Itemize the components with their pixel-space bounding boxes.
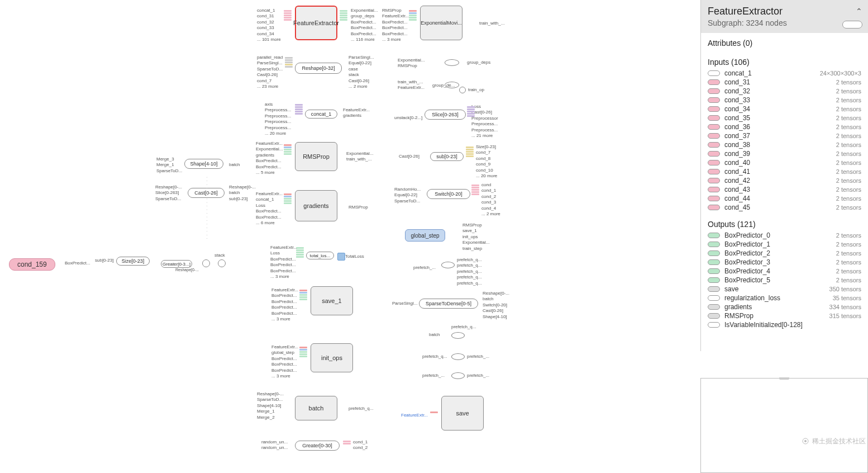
io-row[interactable]: BoxPredictor_22 tensors xyxy=(708,249,861,258)
node-exponential-moving[interactable]: ExponentialMovi... xyxy=(420,6,462,40)
node-sub[interactable]: sub[0-23] xyxy=(430,152,464,161)
label-group: Merge_3Merge_1SparseToD... xyxy=(156,157,182,174)
node-cond-159[interactable]: cond_159 xyxy=(9,258,55,271)
io-row[interactable]: cond_312 tensors xyxy=(708,78,861,87)
io-name: cond_36 xyxy=(724,123,836,131)
type-swatch xyxy=(708,79,720,85)
sidebar-header: FeatureExtractor Subgraph: 3234 nodes ⌃ xyxy=(701,0,868,33)
io-row[interactable]: BoxPredictor_52 tensors xyxy=(708,276,861,285)
io-value: 2 tensors xyxy=(836,133,861,139)
node-greater[interactable]: Greater[0-30] xyxy=(295,441,340,451)
type-swatch xyxy=(708,205,720,210)
io-name: BoxPredictor_2 xyxy=(724,249,836,257)
io-row[interactable]: cond_452 tensors xyxy=(708,203,861,212)
node-global-step[interactable]: global_step xyxy=(405,229,445,242)
node-init-ops[interactable]: init_ops xyxy=(311,343,353,372)
graph-canvas[interactable]: cond_159 BoxPredict... FeatureExtractor … xyxy=(0,0,700,473)
io-value: 2 tensors xyxy=(836,97,861,103)
io-row[interactable]: BoxPredictor_02 tensors xyxy=(708,231,861,240)
small-op[interactable] xyxy=(445,59,459,66)
node-reshape[interactable]: Reshape[0-32] xyxy=(295,63,342,74)
io-name: cond_31 xyxy=(724,78,836,86)
small-op[interactable] xyxy=(451,332,465,339)
io-value: 2 tensors xyxy=(836,259,861,266)
io-row[interactable]: save350 tensors xyxy=(708,285,861,294)
small-op[interactable] xyxy=(451,353,465,360)
node-feature-extractor[interactable]: FeatureExtractor xyxy=(295,6,337,40)
io-row[interactable]: cond_442 tensors xyxy=(708,194,861,203)
label-group: Size[0-23]cond_7cond_8cond_9cond_10... 2… xyxy=(476,144,497,179)
io-value: 2 tensors xyxy=(836,168,861,175)
type-swatch xyxy=(708,233,720,238)
io-row[interactable]: cond_422 tensors xyxy=(708,176,861,185)
watermark-icon xyxy=(802,438,809,444)
label: prefetch_q... xyxy=(451,324,476,330)
label-group: Exponential...train_with_... xyxy=(346,151,373,163)
node-shape[interactable]: Shape[4-10] xyxy=(184,159,223,169)
io-row[interactable]: cond_322 tensors xyxy=(708,87,861,96)
label-group: FeatureExtr...Exponential...gradientsBox… xyxy=(256,141,283,176)
label-group: ParseSingl...Equal[0-22]casestackCast[0-… xyxy=(349,55,374,89)
io-row[interactable]: cond_372 tensors xyxy=(708,131,861,140)
type-swatch xyxy=(708,277,720,283)
io-row[interactable]: cond_332 tensors xyxy=(708,96,861,105)
type-swatch xyxy=(708,97,720,103)
io-value: 2 tensors xyxy=(836,277,861,283)
io-name: cond_39 xyxy=(724,150,836,158)
inputs-list[interactable]: concat_124×300×300×3cond_312 tensorscond… xyxy=(708,69,861,212)
io-name: cond_40 xyxy=(724,159,836,167)
node-sparse[interactable]: SparseToDense[0-5] xyxy=(419,299,478,309)
outputs-list[interactable]: BoxPredictor_02 tensorsBoxPredictor_12 t… xyxy=(708,231,861,329)
node-gradients[interactable]: gradients xyxy=(295,190,337,221)
io-row[interactable]: BoxPredictor_12 tensors xyxy=(708,240,861,249)
io-row[interactable]: IsVariableInitialized[0-128] xyxy=(708,320,861,329)
io-row[interactable]: cond_432 tensors xyxy=(708,185,861,194)
subgraph-count: Subgraph: 3234 nodes xyxy=(708,18,861,27)
io-row[interactable]: BoxPredictor_42 tensors xyxy=(708,267,861,276)
node-slice[interactable]: Slice[0-263] xyxy=(425,110,466,120)
label: batch xyxy=(229,162,240,168)
io-row[interactable]: cond_342 tensors xyxy=(708,105,861,113)
io-row[interactable]: cond_412 tensors xyxy=(708,167,861,176)
io-row[interactable]: regularization_loss35 tensors xyxy=(708,294,861,302)
io-name: BoxPredictor_0 xyxy=(724,231,836,239)
node-save1[interactable]: save_1 xyxy=(311,286,353,315)
io-row[interactable]: cond_362 tensors xyxy=(708,122,861,131)
small-op[interactable] xyxy=(441,262,455,268)
type-swatch xyxy=(708,250,720,256)
node-switch[interactable]: Switch[0-20] xyxy=(427,189,470,199)
minimap[interactable] xyxy=(700,378,868,473)
io-row[interactable]: cond_402 tensors xyxy=(708,158,861,167)
label-group: axisPreprocess...Preprocess...Preprocess… xyxy=(265,102,291,136)
io-row[interactable]: concat_124×300×300×3 xyxy=(708,69,861,78)
node-total-los[interactable]: total_los... xyxy=(306,252,334,259)
type-swatch xyxy=(708,268,720,274)
svg-point-1 xyxy=(804,440,807,442)
node-concat1[interactable]: concat_1 xyxy=(305,110,337,119)
node-size[interactable]: Size[0-23] xyxy=(116,257,150,266)
io-row[interactable]: cond_352 tensors xyxy=(708,113,861,122)
label-group: FeatureExtr...gradients xyxy=(343,107,370,119)
label-group: FeatureExtr...BoxPredict...BoxPredict...… xyxy=(271,287,298,322)
io-row[interactable]: BoxPredictor_32 tensors xyxy=(708,258,861,267)
node-save[interactable]: save xyxy=(441,396,484,431)
label: train_op xyxy=(468,87,484,93)
io-name: RMSProp xyxy=(724,312,829,320)
node-batch[interactable]: batch xyxy=(295,396,337,420)
io-row[interactable]: cond_382 tensors xyxy=(708,140,861,149)
io-name: cond_42 xyxy=(724,177,836,185)
ports xyxy=(466,146,474,157)
small-op[interactable] xyxy=(451,372,465,379)
minimap-handle[interactable] xyxy=(779,377,789,380)
ports-left xyxy=(284,10,292,21)
attributes-heading: Attributes (0) xyxy=(708,39,861,48)
ports xyxy=(284,144,292,155)
node-rmsprop[interactable]: RMSProp xyxy=(295,142,337,171)
io-row[interactable]: RMSProp315 tensors xyxy=(708,311,861,320)
collapse-icon[interactable]: ⌃ xyxy=(856,7,862,16)
io-name: BoxPredictor_4 xyxy=(724,267,836,275)
io-row[interactable]: gradients334 tensors xyxy=(708,302,861,311)
io-row[interactable]: cond_392 tensors xyxy=(708,149,861,158)
node-greater0[interactable]: Greater[0-3...] xyxy=(161,260,192,268)
io-value: 2 tensors xyxy=(836,150,861,157)
